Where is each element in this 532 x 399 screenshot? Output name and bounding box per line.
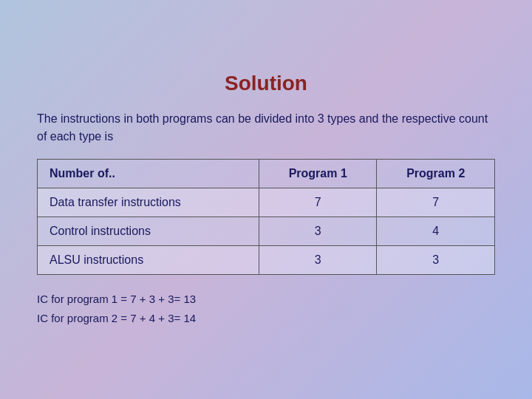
table-cell-2-0: ALSU instructions: [38, 246, 259, 275]
slide-container: Solution The instructions in both progra…: [15, 57, 517, 342]
table-row: ALSU instructions33: [38, 246, 495, 275]
footer-line2: IC for program 2 = 7 + 4 + 3= 14: [37, 309, 495, 328]
col-header-program1: Program 1: [259, 160, 377, 188]
table-cell-0-2: 7: [377, 188, 495, 217]
col-header-type: Number of..: [38, 160, 259, 188]
table-cell-0-1: 7: [259, 188, 377, 217]
table-cell-1-1: 3: [259, 217, 377, 246]
table-row: Data transfer instructions77: [38, 188, 495, 217]
slide-title: Solution: [37, 72, 495, 95]
table-cell-1-0: Control instructions: [38, 217, 259, 246]
intro-paragraph: The instructions in both programs can be…: [37, 110, 495, 146]
table-cell-0-0: Data transfer instructions: [38, 188, 259, 217]
data-table: Number of.. Program 1 Program 2 Data tra…: [37, 159, 495, 275]
table-cell-2-1: 3: [259, 246, 377, 275]
col-header-program2: Program 2: [377, 160, 495, 188]
footer-line1: IC for program 1 = 7 + 3 + 3= 13: [37, 290, 495, 309]
table-cell-2-2: 3: [377, 246, 495, 275]
table-header-row: Number of.. Program 1 Program 2: [38, 160, 495, 188]
table-cell-1-2: 4: [377, 217, 495, 246]
table-row: Control instructions34: [38, 217, 495, 246]
footer-text: IC for program 1 = 7 + 3 + 3= 13 IC for …: [37, 290, 495, 327]
